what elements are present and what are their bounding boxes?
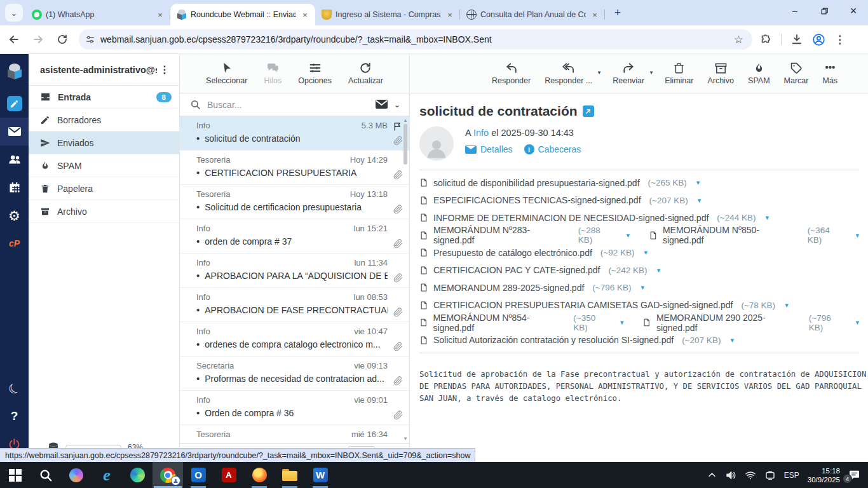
attachment-menu-icon[interactable]: ▾ xyxy=(766,214,770,222)
language-indicator[interactable]: ESP xyxy=(784,471,799,480)
tab-compras-publicas[interactable]: Ingreso al Sistema - Compras P × xyxy=(315,4,460,25)
taskbar-copilot-button[interactable] xyxy=(61,462,92,488)
attachment-item[interactable]: MEMORÁNDUM Nº850-signed.pdf(~364 KB)▾ xyxy=(649,225,859,245)
address-bar[interactable]: webmail.sanjuan.gob.ec/cpsess2879723216/… xyxy=(79,29,752,50)
search-input[interactable] xyxy=(207,100,369,110)
back-button[interactable] xyxy=(4,29,24,50)
rail-mail-button[interactable] xyxy=(0,118,29,146)
new-tab-button[interactable]: + xyxy=(609,4,627,22)
message-row[interactable]: TesoreriaHoy 13:18 •Solicitud de certifi… xyxy=(180,185,409,219)
search-scope-icon[interactable] xyxy=(376,100,388,109)
chrome-menu-icon[interactable]: ⋮ xyxy=(834,33,845,46)
message-row[interactable]: Infovie 10:47 •ordenes de compra catalog… xyxy=(180,322,409,356)
open-in-new-window-icon[interactable] xyxy=(583,105,594,117)
folder-borradores[interactable]: Borradores xyxy=(29,109,179,132)
downloads-icon[interactable] xyxy=(790,33,803,46)
attachment-item[interactable]: INFORME DE DETERMINACION DE NECESIDAD-si… xyxy=(419,212,769,223)
folder-enviados[interactable]: Enviados xyxy=(29,132,179,154)
tab-close-icon[interactable]: × xyxy=(155,10,165,20)
attachment-item[interactable]: CERTIFICACION PRESUPUESTARIA CAMISETAS G… xyxy=(419,300,789,311)
attachment-item[interactable]: MEMORÁNDUM Nº854-signed.pdf(~350 KB)▾ xyxy=(419,313,623,333)
taskbar-ie-button[interactable]: e xyxy=(92,462,122,488)
options-button[interactable]: Opciones xyxy=(298,62,332,85)
attachment-name[interactable]: ESPECIFICACIONES TECNICAS-signed-signed.… xyxy=(433,195,641,205)
folder-spam[interactable]: SPAM xyxy=(29,154,179,177)
attachment-item[interactable]: MEMORÁNDUM Nº283-signed.pdf(~288 KB)▾ xyxy=(419,225,630,245)
taskbar-word-button[interactable]: W xyxy=(305,462,336,488)
start-button[interactable] xyxy=(0,462,31,488)
tab-search-button[interactable]: ⌄ xyxy=(5,4,23,22)
delete-button[interactable]: Eliminar xyxy=(665,62,693,85)
threads-button[interactable]: Hilos xyxy=(264,62,281,85)
taskbar-search-button[interactable] xyxy=(31,462,61,488)
spam-button[interactable]: SPAM xyxy=(748,62,770,85)
bookmark-star-icon[interactable]: ☆ xyxy=(731,33,746,46)
attachment-name[interactable]: MEMORANDUM 290 2025-signed.pdf xyxy=(656,313,801,333)
tab-close-icon[interactable]: × xyxy=(445,10,455,20)
attachment-item[interactable]: ESPECIFICACIONES TECNICAS-signed-signed.… xyxy=(419,195,701,206)
folder-archivo[interactable]: Archivo xyxy=(29,200,179,223)
mark-button[interactable]: Marcar xyxy=(784,62,809,85)
flag-icon[interactable] xyxy=(393,121,403,132)
volume-icon[interactable] xyxy=(725,470,736,481)
taskbar-edge-button[interactable] xyxy=(122,462,153,488)
attachment-menu-icon[interactable]: ▾ xyxy=(855,231,859,240)
rail-settings-button[interactable]: ⚙ xyxy=(0,201,29,229)
attachment-menu-icon[interactable]: ▾ xyxy=(657,266,661,274)
account-menu-icon[interactable]: ⋮ xyxy=(157,64,173,76)
recipient-link[interactable]: Info xyxy=(473,128,489,138)
message-row[interactable]: Infolun 08:53 •APROBACION DE FASE PRECON… xyxy=(180,288,409,322)
compose-button[interactable] xyxy=(0,90,29,118)
folder-entrada[interactable]: Entrada 8 xyxy=(29,86,179,109)
attachment-name[interactable]: MEMORANDUM 289-2025-signed.pdf xyxy=(433,283,584,293)
reply-button[interactable]: Responder xyxy=(492,62,531,85)
clock[interactable]: 15:18 30/9/2025 xyxy=(808,466,840,484)
details-link[interactable]: Detalles xyxy=(465,144,513,154)
tab-whatsapp[interactable]: (1) WhatsApp × xyxy=(25,4,170,25)
attachment-name[interactable]: Presupuesto de catálogo electrónico.pdf xyxy=(433,248,592,258)
forward-button[interactable]: Reenviar ▾ xyxy=(613,62,644,85)
dark-mode-button[interactable]: ☾ xyxy=(0,374,29,402)
attachment-name[interactable]: MEMORÁNDUM Nº854-signed.pdf xyxy=(433,313,565,333)
attachment-item[interactable]: MEMORANDUM 289-2025-signed.pdf(~796 KB)▾ xyxy=(419,282,644,293)
roundcube-logo[interactable] xyxy=(0,54,29,90)
help-button[interactable]: ? xyxy=(0,402,29,430)
attachment-name[interactable]: MEMORÁNDUM Nº850-signed.pdf xyxy=(663,225,799,245)
maximize-button[interactable] xyxy=(810,0,839,22)
scroll-up-icon[interactable]: ▲ xyxy=(403,118,408,123)
reload-button[interactable] xyxy=(52,29,72,50)
tab-close-icon[interactable]: × xyxy=(590,10,600,20)
site-info-icon[interactable] xyxy=(85,34,95,44)
attachment-menu-icon[interactable]: ▾ xyxy=(698,196,702,205)
attachment-name[interactable]: solicitud de disponibilidad presupuestar… xyxy=(433,178,640,188)
message-row[interactable]: Tesoreriamié 16:34 xyxy=(180,425,409,443)
rail-cpanel-button[interactable]: cP xyxy=(0,229,29,257)
message-row[interactable]: Secretariavie 09:13 •Proformas de necesi… xyxy=(180,356,409,391)
search-options-caret-icon[interactable]: ⌄ xyxy=(394,100,400,109)
attachment-name[interactable]: CERTIFICACION PAC Y CATE-signed.pdf xyxy=(433,265,600,275)
taskbar-outlook-button[interactable]: O xyxy=(183,462,214,488)
attachment-menu-icon[interactable]: ▾ xyxy=(696,179,700,187)
attachment-menu-icon[interactable]: ▾ xyxy=(855,318,859,327)
attachment-name[interactable]: CERTIFICACION PRESUPUESTARIA CAMISETAS G… xyxy=(433,300,733,310)
attachment-name[interactable]: MEMORÁNDUM Nº283-signed.pdf xyxy=(433,225,570,245)
attachment-name[interactable]: INFORME DE DETERMINACION DE NECESIDAD-si… xyxy=(433,213,709,223)
tab-roundcube[interactable]: Roundcube Webmail :: Enviados × xyxy=(170,4,315,25)
taskbar-explorer-button[interactable] xyxy=(275,462,305,488)
scroll-down-icon[interactable]: ▼ xyxy=(403,436,408,442)
attachment-menu-icon[interactable]: ▾ xyxy=(644,248,648,257)
scrollbar-thumb[interactable] xyxy=(403,124,407,165)
attachment-menu-icon[interactable]: ▾ xyxy=(785,301,789,309)
more-button[interactable]: ••• Más xyxy=(822,62,837,85)
tab-close-icon[interactable]: × xyxy=(300,10,310,20)
rail-contacts-button[interactable] xyxy=(0,146,29,173)
attachment-menu-icon[interactable]: ▾ xyxy=(626,231,630,240)
message-row[interactable]: Infovie 09:01 •Orden de compra # 36 xyxy=(180,391,409,425)
attachment-menu-icon[interactable]: ▾ xyxy=(641,283,645,292)
minimize-button[interactable]: – xyxy=(780,0,810,22)
profile-icon[interactable] xyxy=(812,33,825,46)
tray-expand-icon[interactable] xyxy=(707,470,717,480)
headers-link[interactable]: i Cabeceras xyxy=(524,144,581,154)
reply-all-caret-icon[interactable]: ▾ xyxy=(598,69,601,76)
wifi-icon[interactable] xyxy=(745,470,756,481)
